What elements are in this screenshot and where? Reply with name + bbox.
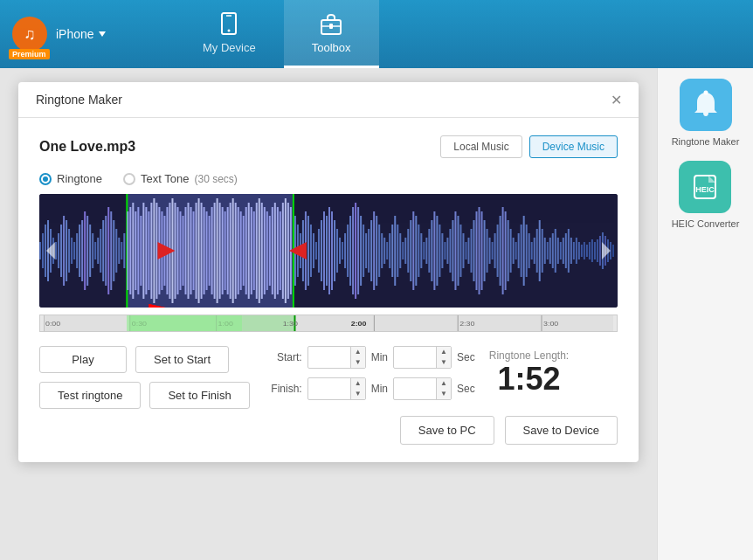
start-sec-input[interactable]: 11.451: [394, 349, 436, 366]
svg-rect-204: [536, 229, 538, 273]
svg-rect-78: [204, 207, 205, 294]
svg-rect-171: [449, 229, 451, 273]
close-button[interactable]: ✕: [607, 91, 625, 108]
svg-rect-173: [454, 211, 456, 290]
heic-icon: HEIC: [689, 171, 721, 203]
set-to-start-button[interactable]: Set to Start: [135, 346, 229, 373]
toolbox-icon: [319, 11, 343, 36]
svg-rect-160: [420, 233, 422, 268]
svg-rect-202: [531, 242, 533, 259]
test-ringtone-button[interactable]: Test ringtone: [39, 382, 141, 409]
save-buttons-row: Save to PC Save to Device: [39, 416, 618, 445]
svg-rect-74: [193, 211, 195, 290]
svg-rect-185: [487, 229, 488, 273]
start-sec-down[interactable]: ▼: [437, 357, 451, 368]
save-to-pc-button[interactable]: Save to PC: [400, 416, 494, 445]
sidebar-tool-ringtone-maker[interactable]: Ringtone Maker: [672, 79, 740, 147]
local-music-button[interactable]: Local Music: [440, 135, 522, 158]
svg-rect-127: [334, 220, 335, 281]
waveform-container[interactable]: [39, 194, 618, 308]
tab-my-device[interactable]: My Device: [175, 0, 284, 68]
svg-rect-88: [230, 203, 231, 299]
svg-rect-219: [576, 238, 577, 264]
svg-rect-101: [264, 207, 266, 294]
set-to-finish-button[interactable]: Set to Finish: [149, 382, 249, 409]
device-label[interactable]: iPhone: [56, 27, 107, 41]
radio-text-tone[interactable]: Text Tone (30 secs): [123, 172, 238, 185]
finish-sec-spinner[interactable]: 4.334 ▲ ▼: [393, 377, 452, 400]
svg-rect-68: [176, 207, 178, 294]
music-source-buttons: Local Music Device Music: [440, 135, 618, 158]
svg-rect-49: [127, 211, 128, 290]
tab-toolbox[interactable]: Toolbox: [284, 0, 379, 68]
svg-rect-227: [597, 239, 598, 262]
svg-rect-85: [222, 207, 224, 294]
start-min-spinner[interactable]: 0 ▲ ▼: [307, 346, 366, 369]
svg-rect-72: [188, 203, 190, 299]
start-min-up[interactable]: ▲: [351, 347, 365, 357]
svg-rect-152: [399, 233, 401, 268]
svg-rect-217: [570, 238, 572, 264]
svg-rect-48: [123, 233, 125, 268]
svg-rect-150: [394, 216, 396, 286]
svg-rect-161: [423, 242, 425, 259]
svg-rect-142: [373, 211, 375, 290]
svg-rect-226: [594, 242, 596, 259]
radio-ringtone[interactable]: Ringtone: [39, 172, 102, 185]
radio-text-tone-indicator: [123, 173, 135, 185]
svg-rect-126: [331, 211, 333, 290]
text-tone-suffix: (30 secs): [194, 173, 237, 185]
svg-rect-90: [235, 203, 237, 299]
sidebar-tool-heic-converter[interactable]: HEIC HEIC Converter: [672, 161, 740, 229]
svg-rect-100: [261, 203, 263, 299]
finish-min-down[interactable]: ▼: [351, 389, 365, 399]
start-sec-spinner[interactable]: 11.451 ▲ ▼: [393, 346, 452, 369]
svg-rect-97: [253, 211, 255, 290]
svg-rect-176: [462, 233, 464, 268]
finish-min-spinner-btns: ▲ ▼: [350, 378, 365, 399]
finish-sec-input[interactable]: 4.334: [394, 380, 436, 398]
finish-min-up[interactable]: ▲: [351, 378, 365, 389]
svg-rect-27: [68, 229, 70, 273]
svg-rect-69: [179, 211, 181, 290]
svg-rect-75: [196, 203, 197, 299]
start-sec-up[interactable]: ▲: [437, 347, 451, 357]
start-min-input[interactable]: 0: [308, 349, 350, 366]
svg-rect-201: [528, 233, 530, 268]
svg-rect-174: [457, 216, 459, 286]
svg-rect-168: [441, 233, 443, 268]
svg-rect-203: [534, 238, 535, 264]
finish-sec-up[interactable]: ▲: [437, 378, 451, 389]
svg-rect-188: [494, 233, 496, 268]
svg-rect-59: [153, 198, 155, 303]
finish-min-input[interactable]: 2: [308, 380, 350, 398]
svg-rect-153: [402, 242, 404, 259]
right-sidebar: Ringtone Maker HEIC HEIC Converter: [657, 68, 753, 560]
svg-rect-47: [121, 242, 122, 259]
device-music-button[interactable]: Device Music: [529, 135, 618, 158]
svg-rect-118: [310, 225, 312, 277]
finish-sec-down[interactable]: ▼: [437, 389, 451, 399]
timeline-ruler[interactable]: 0:00 0:30 1:00 1:30 2:00 2:30 3:00: [39, 315, 618, 332]
premium-badge: Premium: [9, 49, 50, 59]
svg-rect-81: [211, 207, 213, 294]
svg-rect-36: [92, 233, 93, 268]
svg-rect-189: [497, 225, 499, 277]
svg-rect-221: [581, 245, 583, 257]
svg-rect-224: [589, 242, 591, 259]
svg-rect-107: [280, 211, 281, 290]
svg-rect-135: [355, 203, 356, 299]
svg-rect-46: [118, 238, 120, 264]
svg-rect-198: [521, 225, 522, 277]
svg-rect-167: [439, 225, 440, 277]
start-min-down[interactable]: ▼: [351, 357, 365, 368]
svg-rect-77: [201, 203, 203, 299]
save-to-device-button[interactable]: Save to Device: [505, 416, 618, 445]
svg-rect-209: [549, 238, 551, 264]
svg-text:HEIC: HEIC: [696, 185, 715, 194]
svg-rect-215: [565, 233, 567, 268]
play-button[interactable]: Play: [39, 346, 127, 373]
svg-rect-146: [383, 238, 385, 264]
svg-rect-8: [329, 24, 333, 29]
finish-min-spinner[interactable]: 2 ▲ ▼: [307, 377, 366, 400]
